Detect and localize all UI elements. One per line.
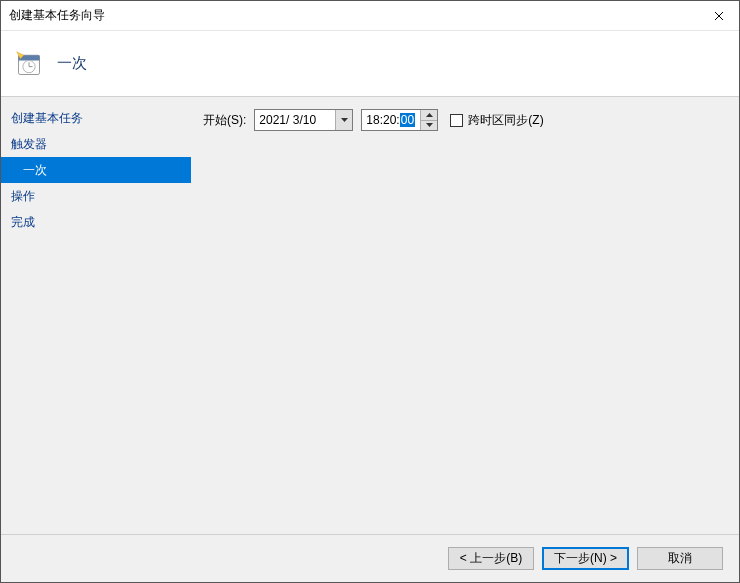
time-seconds-selected: 00 xyxy=(400,113,415,127)
time-field[interactable]: 18:20:00 xyxy=(361,109,438,131)
sidebar-item-trigger[interactable]: 触发器 xyxy=(1,131,191,157)
sidebar-item-once[interactable]: 一次 xyxy=(1,157,191,183)
spinner-up-button[interactable] xyxy=(421,110,437,120)
start-label: 开始(S): xyxy=(203,112,246,129)
spinner-down-button[interactable] xyxy=(421,120,437,131)
chevron-down-icon xyxy=(426,123,433,127)
cancel-button[interactable]: 取消 xyxy=(637,547,723,570)
sidebar-item-finish[interactable]: 完成 xyxy=(1,209,191,235)
wizard-window: 创建基本任务向导 一次 创建基本任务 触发器 一次 操作 完成 xyxy=(0,0,740,583)
sidebar: 创建基本任务 触发器 一次 操作 完成 xyxy=(1,97,191,534)
chevron-up-icon xyxy=(426,113,433,117)
date-dropdown-button[interactable] xyxy=(335,110,352,130)
header: 一次 xyxy=(1,31,739,96)
date-field[interactable]: 2021/ 3/10 xyxy=(254,109,353,131)
sync-checkbox-wrap: 跨时区同步(Z) xyxy=(450,112,543,129)
wizard-icon xyxy=(15,50,43,78)
time-spinner xyxy=(420,110,437,130)
close-icon xyxy=(714,11,724,21)
close-button[interactable] xyxy=(707,4,731,28)
date-value[interactable]: 2021/ 3/10 xyxy=(255,110,335,130)
back-button[interactable]: < 上一步(B) xyxy=(448,547,534,570)
body: 创建基本任务 触发器 一次 操作 完成 开始(S): 2021/ 3/10 18… xyxy=(1,96,739,534)
start-row: 开始(S): 2021/ 3/10 18:20:00 xyxy=(203,109,727,131)
sidebar-item-create-task[interactable]: 创建基本任务 xyxy=(1,105,191,131)
chevron-down-icon xyxy=(341,118,348,122)
time-prefix: 18:20: xyxy=(366,113,399,127)
content: 开始(S): 2021/ 3/10 18:20:00 xyxy=(191,97,739,534)
titlebar: 创建基本任务向导 xyxy=(1,1,739,31)
next-button[interactable]: 下一步(N) > xyxy=(542,547,629,570)
time-value[interactable]: 18:20:00 xyxy=(362,110,420,130)
sync-label[interactable]: 跨时区同步(Z) xyxy=(468,112,543,129)
sidebar-item-action[interactable]: 操作 xyxy=(1,183,191,209)
header-title: 一次 xyxy=(57,54,87,73)
footer: < 上一步(B) 下一步(N) > 取消 xyxy=(1,534,739,582)
titlebar-title: 创建基本任务向导 xyxy=(9,7,707,24)
sync-checkbox[interactable] xyxy=(450,114,463,127)
